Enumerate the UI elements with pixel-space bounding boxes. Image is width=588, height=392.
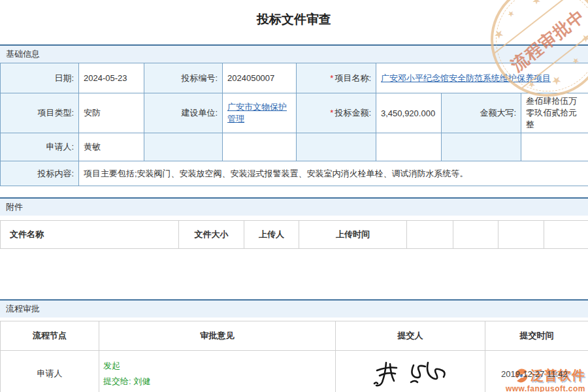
bid-no-value: 2024050007	[223, 63, 297, 93]
project-name-link[interactable]: 广安邓小平纪念馆安全防范系统维护保养项目	[381, 73, 551, 83]
signature-image	[368, 357, 453, 390]
attachments-table: 文件名称 文件大小 上传人 上传时间	[0, 220, 588, 249]
empty-value-cell	[223, 133, 297, 161]
table-row: 日期: 2024-05-23 投标编号: 2024050007 *项目名称: 广…	[1, 63, 588, 93]
col-header-flow-node: 流程节点	[1, 321, 99, 351]
col-header-file-size: 文件大小	[179, 221, 244, 249]
required-asterisk: *	[330, 108, 333, 118]
section-header-approval: 流程审批	[0, 299, 588, 318]
empty-value-cell	[376, 133, 442, 161]
table-header-row: 文件名称 文件大小 上传人 上传时间	[1, 221, 588, 249]
table-row: 项目类型: 安防 建设单位: 广安市文物保护管理 *投标金额: 3,450,92…	[1, 93, 588, 133]
empty-header-cell	[453, 221, 498, 249]
col-header-opinion: 审批意见	[99, 321, 336, 351]
submit-time-cell: 泛普软件 www.fanpusoft.com 2019-12-27 11:42	[485, 351, 588, 392]
flow-node-value: 申请人	[1, 351, 99, 392]
empty-value-cell	[521, 133, 588, 161]
basic-info-table: 日期: 2024-05-23 投标编号: 2024050007 *项目名称: 广…	[0, 63, 588, 186]
empty-label-cell	[297, 133, 376, 161]
applicant-label: 申请人:	[1, 133, 79, 161]
opinion-initiated: 发起	[103, 358, 331, 374]
opinion-cell: 发起 提交给: 刘健	[99, 351, 336, 392]
section-header-attachments: 附件	[0, 197, 588, 216]
project-type-label: 项目类型:	[1, 93, 79, 133]
bid-content-value: 项目主要包括;安装阀门、安装放空阀、安装湿式报警装置、安装室内消火栓单栓、调试消…	[79, 161, 588, 186]
col-header-submit-time: 提交时间	[485, 321, 588, 351]
opinion-submitted-to: 提交给: 刘健	[103, 374, 331, 389]
empty-header-cell	[498, 221, 544, 249]
table-header-row: 流程节点 审批意见 提交人 提交时间	[1, 321, 588, 351]
submit-time-value: 2019-12-27 11:42	[501, 369, 568, 379]
build-unit-link[interactable]: 广安市文物保护管理	[227, 102, 287, 123]
table-row: 申请人 发起 提交给: 刘健	[1, 351, 588, 392]
project-name-cell: 广安邓小平纪念馆安全防范系统维护保养项目	[376, 63, 588, 93]
empty-label-cell	[144, 133, 223, 161]
empty-header-cell	[407, 221, 453, 249]
col-header-uploader: 上传人	[244, 221, 299, 249]
build-unit-label: 建设单位:	[144, 93, 223, 133]
date-value: 2024-05-23	[79, 63, 144, 93]
col-header-submitter: 提交人	[336, 321, 485, 351]
bid-amount-value: 3,450,920.000	[376, 93, 442, 133]
date-label: 日期:	[1, 63, 79, 93]
project-type-value: 安防	[79, 93, 144, 133]
amount-words-value: 叁佰肆拾伍万零玖佰贰拾元整	[521, 93, 588, 133]
signature-cell	[336, 351, 485, 392]
bid-content-label: 投标内容:	[1, 161, 79, 186]
empty-header-cell	[544, 221, 588, 249]
approval-table: 流程节点 审批意见 提交人 提交时间 申请人 发起 提交给: 刘健	[0, 321, 588, 392]
required-asterisk: *	[330, 73, 333, 83]
applicant-value: 黄敏	[79, 133, 144, 161]
bid-no-label: 投标编号:	[144, 63, 223, 93]
fanpu-logo-url: www.fanpusoft.com	[487, 384, 585, 392]
amount-words-label: 金额大写:	[442, 93, 521, 133]
bid-amount-label: *投标金额:	[297, 93, 376, 133]
table-row: 申请人: 黄敏	[1, 133, 588, 161]
col-header-file-name: 文件名称	[1, 221, 179, 249]
table-row: 投标内容: 项目主要包括;安装阀门、安装放空阀、安装湿式报警装置、安装室内消火栓…	[1, 161, 588, 186]
section-header-basic-info: 基础信息	[0, 44, 588, 63]
build-unit-cell: 广安市文物保护管理	[223, 93, 297, 133]
star-icon: ★	[579, 31, 588, 45]
project-name-label: *项目名称:	[297, 63, 376, 93]
col-header-upload-time: 上传时间	[299, 221, 407, 249]
page-title: 投标文件审查	[0, 0, 588, 30]
empty-label-cell	[442, 133, 521, 161]
